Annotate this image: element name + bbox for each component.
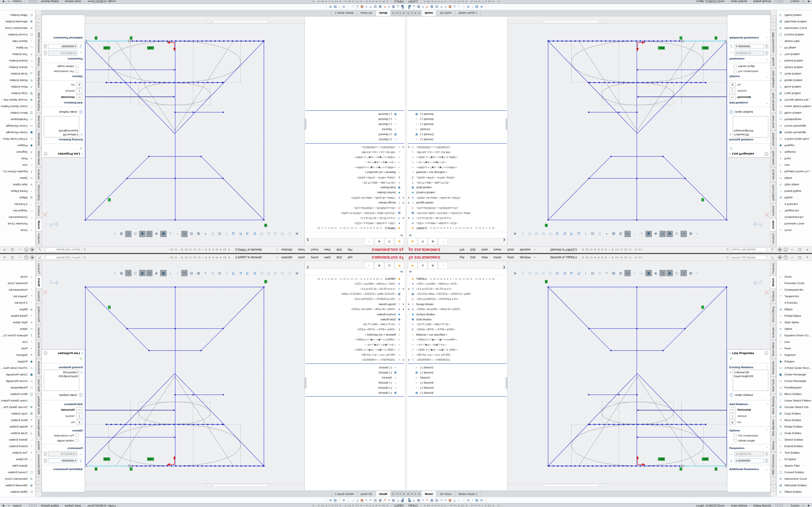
relation-tag[interactable]: 3 — [264, 280, 267, 283]
tree-item-sketch2[interactable]: ▦(-) Sketch2 — [305, 132, 405, 137]
sketch-point[interactable] — [671, 82, 672, 83]
section-add-relations[interactable]: Add Relations⌃ — [42, 101, 85, 106]
sketch-point[interactable] — [671, 424, 672, 425]
search-button[interactable]: ▾ — [769, 255, 776, 260]
sketch-point[interactable] — [173, 410, 175, 411]
sketch-point[interactable] — [162, 41, 164, 42]
sketch-point[interactable] — [594, 82, 595, 83]
view-cube-icon[interactable]: ◰ — [547, 270, 554, 276]
checkbox[interactable] — [75, 70, 79, 73]
lowbar-icon[interactable]: ◬ — [356, 498, 359, 502]
sketch-point[interactable] — [647, 424, 648, 425]
tool-silhouette-entities[interactable]: ◍Silhouette Entities — [776, 482, 812, 489]
sketch-point[interactable] — [179, 424, 180, 425]
tool-3-point-center-recta-[interactable]: ◇3 Point Center Recta... — [776, 136, 812, 143]
view-cube-wire-icon[interactable]: ▢ — [519, 231, 526, 237]
sketch-point[interactable] — [162, 465, 164, 467]
command-tab-data-migration[interactable]: Data Migration — [36, 68, 42, 90]
expand-motion-manager-button[interactable]: ⌃ — [601, 20, 608, 23]
sketch-point[interactable] — [613, 82, 615, 83]
sketch-point[interactable] — [159, 424, 160, 425]
sketch-point[interactable] — [666, 82, 668, 83]
tab-scroll-button[interactable]: ▶ — [414, 10, 418, 16]
command-tab-sketch[interactable]: Sketch — [36, 218, 42, 231]
menu-edit[interactable]: Edit — [334, 255, 344, 260]
sketch-point[interactable] — [653, 41, 654, 42]
tab-model[interactable]: Model — [421, 10, 437, 16]
sketch-point[interactable] — [180, 465, 181, 467]
sketch-point[interactable] — [258, 465, 259, 467]
existing-relations-list[interactable]: Collinear108Equal length109 — [44, 370, 79, 391]
tool-perimeter-circle[interactable]: ◌Perimeter Circle — [0, 221, 36, 227]
lowbar-icon[interactable]: ⊛ — [480, 498, 483, 502]
viewport-icon[interactable]: ▤ — [216, 270, 222, 276]
tree-item-top-plane[interactable]: ▱○·◎+○*◉◎○◦○◎◉*○+◎·○ — [305, 342, 405, 347]
sketch-point[interactable] — [652, 424, 653, 425]
view-cube-shaded-icon[interactable]: ◨ — [561, 231, 568, 237]
lowbar-icon[interactable]: ▙ — [408, 5, 411, 9]
menu-file[interactable]: File — [457, 247, 467, 252]
tool-rotate-entities[interactable]: ↻Rotate Entities — [776, 423, 812, 430]
sketch-point[interactable] — [599, 82, 600, 83]
lowbar-icon[interactable]: ▦ — [417, 498, 420, 502]
sketch-point[interactable] — [557, 41, 558, 42]
sketch-point[interactable] — [241, 465, 242, 467]
relation-tag[interactable]: 3 — [715, 37, 717, 40]
length-field[interactable]: 10.88152731 — [735, 451, 764, 456]
sketch-point[interactable] — [149, 424, 151, 425]
relation-tag[interactable]: 3 — [264, 224, 267, 227]
tool-corner-rectangle[interactable]: ▭Corner Rectangle — [776, 123, 812, 129]
sketch-point[interactable] — [171, 465, 172, 467]
tab-3d-views[interactable]: 3D Views — [437, 10, 455, 16]
sketch-point[interactable] — [657, 41, 659, 42]
tool-mirror-entities[interactable]: ◫Mirror Entities — [776, 391, 812, 397]
tree-item-solid-bodies[interactable]: ▣Solid Bodies — [305, 185, 405, 190]
tree-item-equations[interactable]: Σ○2SИ◎◦+ΑΠªƐ○◦○ƐªΠΑ+◦◎И2S○ — [305, 175, 405, 180]
tree-item-material[interactable]: ≡Material < not specified > — [305, 170, 405, 175]
relation-tag[interactable]: 3 — [715, 467, 717, 470]
section-add-relations[interactable]: Add Relations⌃ — [727, 401, 770, 406]
sketch-point[interactable] — [132, 41, 133, 42]
tool-3-point-arc[interactable]: ◝3 Point Arc — [0, 299, 36, 306]
sketch-point[interactable] — [588, 112, 590, 113]
angle-spinner[interactable]: ▲▼ — [765, 44, 768, 49]
rollback-bar[interactable] — [305, 143, 404, 144]
sketch-point[interactable] — [691, 82, 692, 83]
sketch-point[interactable] — [609, 82, 610, 83]
tool-perimeter-circle[interactable]: ◌Perimeter Circle — [0, 280, 36, 286]
tree-scrollbar[interactable] — [305, 377, 306, 389]
normal-to-icon[interactable]: ↧ — [223, 231, 230, 237]
command-tab--[interactable]: ⋮ — [770, 477, 776, 484]
sketch-point[interactable] — [644, 465, 646, 467]
tool-segment[interactable]: #Segment — [0, 351, 36, 358]
expand-arrow-icon[interactable]: ▶ — [408, 146, 411, 148]
expand-arrow-icon[interactable]: ▶ — [408, 217, 411, 219]
sketch-point[interactable] — [583, 41, 585, 42]
sketch-point[interactable] — [553, 41, 554, 42]
sketch-point[interactable] — [662, 41, 663, 42]
view-planes-icon[interactable]: ◫ — [132, 270, 139, 276]
sketch-point[interactable] — [201, 156, 202, 157]
expand-arrow-icon[interactable]: ▶ — [401, 359, 404, 361]
axes-visibility-icon[interactable]: ⊥ — [167, 270, 173, 276]
tool-circular-sketch-pattern[interactable]: ⊕Circular Sketch Pattern — [776, 404, 812, 410]
relation-tag[interactable]: =109 — [702, 46, 709, 50]
command-tab-surfaces[interactable]: Surfaces — [770, 203, 776, 218]
sketch-point[interactable] — [592, 41, 593, 42]
search-input[interactable] — [45, 256, 81, 259]
sketch-point[interactable] — [184, 41, 185, 42]
vertical-relation-button[interactable]: | — [77, 413, 83, 418]
tree-item-solid-bodies[interactable]: ▣Solid Bodies — [305, 317, 405, 322]
section-parameters[interactable]: Parameters⌃ — [42, 445, 85, 451]
view-cube-shaded-icon[interactable]: ◩ — [568, 231, 575, 237]
tree-item-sketch1[interactable]: ⌐(-) Sketch1 — [407, 137, 507, 142]
tool-3-point-arc[interactable]: ◝3 Point Arc — [0, 201, 36, 208]
close-button[interactable]: × — [2, 248, 7, 251]
sketch-point[interactable] — [557, 465, 558, 467]
sketch-point[interactable] — [562, 465, 563, 467]
sketch-point[interactable] — [599, 424, 600, 425]
sketch-point[interactable] — [696, 424, 697, 425]
search-input[interactable] — [731, 256, 767, 259]
tree-item-sketch3[interactable]: ⌐Sketch3 — [407, 127, 507, 132]
relation-tag[interactable]: =109 — [103, 46, 110, 50]
